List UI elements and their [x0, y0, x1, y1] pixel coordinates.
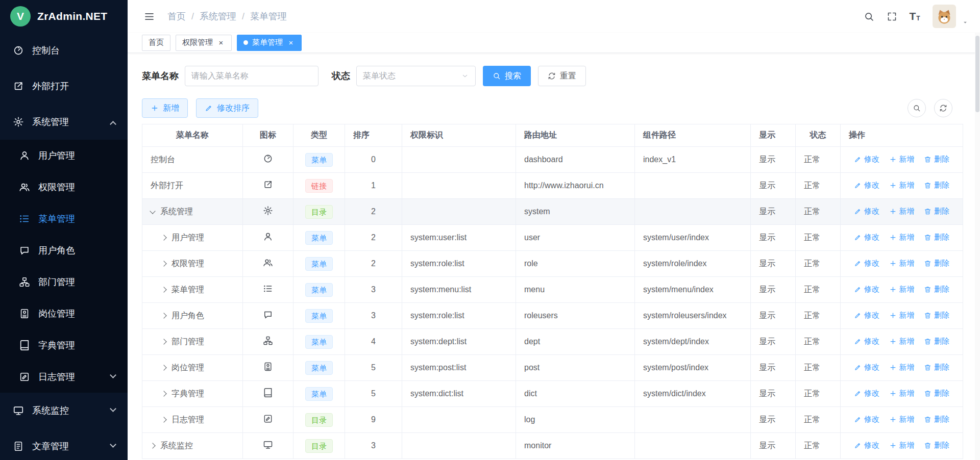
edit-icon	[854, 234, 862, 241]
sidebar-item[interactable]: 字典管理	[0, 329, 128, 361]
row-add-link[interactable]: 新增	[889, 181, 915, 190]
row-edit-link[interactable]: 修改	[854, 415, 879, 424]
breadcrumb-item[interactable]: 首页	[167, 10, 200, 22]
tab[interactable]: 权限管理	[176, 35, 232, 51]
edit-icon	[854, 442, 862, 449]
row-add-link[interactable]: 新增	[889, 259, 915, 268]
row-add-link[interactable]: 新增	[889, 389, 915, 398]
status-select[interactable]: 菜单状态	[356, 66, 476, 86]
row-delete-link[interactable]: 删除	[924, 233, 949, 242]
sort-cell: 0	[345, 147, 402, 173]
tree-caret-icon[interactable]	[161, 287, 166, 292]
row-edit-link[interactable]: 修改	[854, 155, 879, 164]
row-add-link[interactable]: 新增	[889, 207, 915, 216]
row-edit-link[interactable]: 修改	[854, 389, 879, 398]
sidebar-item[interactable]: 用户管理	[0, 140, 128, 171]
row-add-link[interactable]: 新增	[889, 155, 915, 164]
row-edit-link[interactable]: 修改	[854, 233, 879, 242]
row-add-link[interactable]: 新增	[889, 233, 915, 242]
visible-cell: 显示	[751, 303, 796, 329]
row-add-link[interactable]: 新增	[889, 415, 915, 424]
visible-cell: 显示	[751, 225, 796, 251]
sidebar-item[interactable]: 用户角色	[0, 235, 128, 266]
sidebar-item[interactable]: 日志管理	[0, 361, 128, 393]
row-delete-link[interactable]: 删除	[924, 415, 949, 424]
row-edit-link[interactable]: 修改	[854, 363, 879, 372]
tab[interactable]: 首页	[142, 35, 170, 51]
sidebar-item[interactable]: 系统管理	[0, 104, 128, 140]
search-button[interactable]: 搜索	[483, 66, 531, 86]
row-delete-link[interactable]: 删除	[924, 337, 949, 346]
row-delete-link[interactable]: 删除	[924, 311, 949, 320]
table-refresh-button[interactable]	[934, 99, 952, 117]
breadcrumb-item[interactable]: 菜单管理	[250, 10, 287, 22]
add-button-label: 新增	[163, 103, 179, 114]
tree-caret-icon[interactable]	[161, 261, 166, 266]
sidebar-item[interactable]: 控制台	[0, 33, 128, 68]
tree-caret-icon[interactable]	[161, 235, 166, 240]
row-add-link[interactable]: 新增	[889, 311, 915, 320]
hamburger-icon[interactable]	[139, 6, 159, 27]
row-edit-link[interactable]: 修改	[854, 207, 879, 216]
fullscreen-icon[interactable]	[881, 6, 902, 27]
tree-caret-icon[interactable]	[161, 417, 166, 422]
row-add-link[interactable]: 新增	[889, 441, 915, 450]
row-add-label: 新增	[899, 155, 915, 164]
tree-caret-icon[interactable]	[161, 313, 166, 318]
sidebar-item[interactable]: 文章管理	[0, 428, 128, 460]
row-edit-link[interactable]: 修改	[854, 181, 879, 190]
row-edit-link[interactable]: 修改	[854, 259, 879, 268]
sidebar-item[interactable]: 部门管理	[0, 266, 128, 298]
sort-cell: 4	[345, 329, 402, 355]
row-delete-link[interactable]: 删除	[924, 285, 949, 294]
row-edit-link[interactable]: 修改	[854, 285, 879, 294]
row-add-link[interactable]: 新增	[889, 363, 915, 372]
modify-sort-button[interactable]: 修改排序	[196, 98, 258, 118]
tree-caret-icon[interactable]	[161, 391, 166, 396]
sidebar-item-label: 部门管理	[38, 276, 75, 288]
visible-cell: 显示	[751, 433, 796, 459]
avatar[interactable]	[933, 5, 956, 28]
row-delete-link[interactable]: 删除	[924, 259, 949, 268]
sidebar-item-label: 日志管理	[38, 371, 75, 383]
row-add-link[interactable]: 新增	[889, 285, 915, 294]
status-cell: 正常	[796, 355, 841, 381]
menu-name-input[interactable]	[191, 71, 312, 81]
sidebar-item[interactable]: 权限管理	[0, 171, 128, 203]
sidebar-item[interactable]: 菜单管理	[0, 203, 128, 235]
perm-cell	[402, 407, 516, 433]
logo[interactable]: V ZrAdmin.NET	[0, 0, 128, 33]
row-delete-link[interactable]: 删除	[924, 155, 949, 164]
sidebar-item[interactable]: 岗位管理	[0, 298, 128, 329]
trash-icon	[924, 364, 932, 371]
comment-icon	[18, 245, 31, 256]
font-size-icon[interactable]	[904, 6, 925, 27]
row-edit-link[interactable]: 修改	[854, 337, 879, 346]
breadcrumb-item[interactable]: 系统管理	[200, 10, 250, 22]
table-search-button[interactable]	[908, 99, 926, 117]
row-delete-link[interactable]: 删除	[924, 363, 949, 372]
sidebar-item[interactable]: 外部打开	[0, 68, 128, 104]
row-delete-link[interactable]: 删除	[924, 181, 949, 190]
sidebar-item[interactable]: 系统监控	[0, 393, 128, 428]
row-delete-link[interactable]: 删除	[924, 441, 949, 450]
visible-cell: 显示	[751, 329, 796, 355]
row-edit-link[interactable]: 修改	[854, 441, 879, 450]
add-button[interactable]: 新增	[142, 98, 188, 118]
row-edit-link[interactable]: 修改	[854, 311, 879, 320]
tree-caret-icon[interactable]	[150, 208, 155, 214]
caret-down-icon[interactable]	[962, 19, 969, 26]
reset-button[interactable]: 重置	[538, 66, 586, 86]
search-icon[interactable]	[859, 6, 879, 27]
row-delete-link[interactable]: 删除	[924, 207, 949, 216]
row-delete-link[interactable]: 删除	[924, 389, 949, 398]
reset-button-label: 重置	[560, 71, 576, 82]
row-add-link[interactable]: 新增	[889, 337, 915, 346]
tree-caret-icon[interactable]	[161, 339, 166, 344]
tab[interactable]: 菜单管理	[237, 35, 302, 51]
tree-caret-icon[interactable]	[150, 443, 155, 448]
tab-close-icon[interactable]	[217, 39, 225, 47]
page-scrollbar-thumb[interactable]	[975, 36, 979, 112]
tree-caret-icon[interactable]	[161, 365, 166, 370]
tab-close-icon[interactable]	[287, 39, 295, 47]
